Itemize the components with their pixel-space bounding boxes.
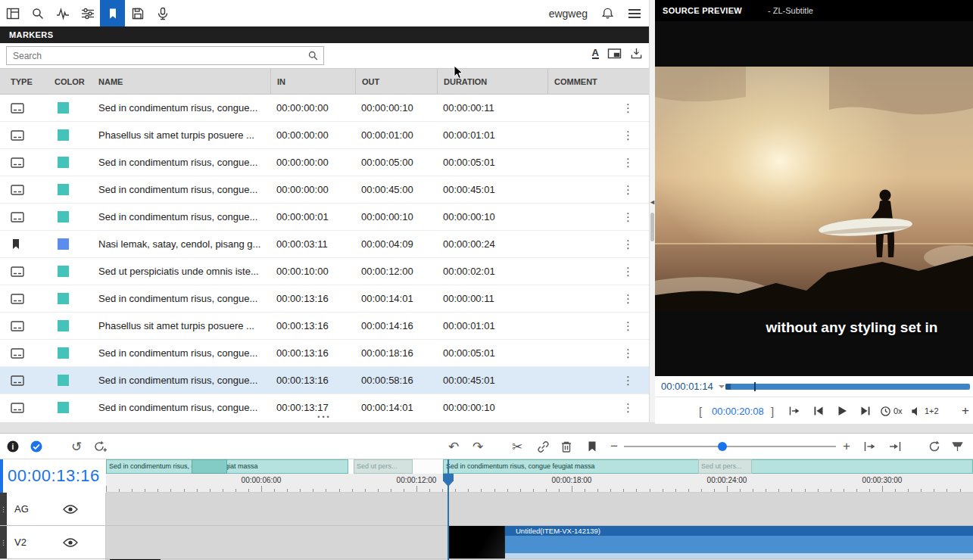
table-row[interactable]: Sed in condimentum risus, congue...00:00… [0, 285, 649, 313]
timeline-current-timecode[interactable]: 00:00:13:16 [8, 466, 100, 486]
color-swatch[interactable] [58, 102, 69, 114]
video-clip[interactable]: Untitled(ITEM-VX-142139) [448, 526, 973, 558]
subtitle-clip[interactable]: Sed in condimentum risus, congue feugiat… [106, 459, 348, 474]
video-viewport[interactable]: without any styling set in [655, 21, 973, 376]
approve-button[interactable] [27, 437, 46, 456]
link-button[interactable] [533, 437, 553, 456]
color-swatch[interactable] [58, 129, 69, 141]
search-input[interactable] [7, 51, 307, 61]
signal-button[interactable] [50, 0, 75, 26]
timecode-dropdown-icon[interactable] [719, 385, 725, 391]
play-button[interactable] [836, 397, 848, 425]
previous-frame-button[interactable] [812, 397, 825, 425]
markers-button[interactable] [100, 0, 125, 26]
column-out[interactable]: OUT [355, 69, 437, 94]
table-row[interactable]: Sed in condimentum risus, congue...00:00… [0, 340, 649, 367]
search-button[interactable] [25, 0, 50, 26]
row-menu-button[interactable]: ⋮ [622, 101, 634, 115]
color-swatch[interactable] [58, 266, 69, 277]
column-type[interactable]: TYPE [0, 69, 50, 94]
row-menu-button[interactable]: ⋮ [622, 238, 634, 251]
row-menu-button[interactable]: ⋮ [622, 129, 634, 142]
audio-channels-button[interactable]: 1+2 [911, 397, 939, 425]
delete-button[interactable] [557, 437, 576, 456]
zoom-out-button[interactable]: − [604, 437, 624, 456]
track-visibility-toggle-ag[interactable] [63, 504, 78, 515]
subtitle-clip[interactable]: Sed ut pers... [354, 459, 413, 474]
undo-button[interactable]: ↶ [444, 437, 463, 456]
color-swatch[interactable] [58, 293, 69, 304]
table-row[interactable]: Sed in condimentum risus, congue...00:00… [0, 367, 649, 394]
track-drag-handle[interactable]: ⋮ [0, 526, 7, 558]
marked-timecode[interactable]: 00:00:20:08 [712, 397, 764, 425]
overwrite-edit-button[interactable] [885, 437, 905, 456]
history-button[interactable]: ↺ [67, 437, 86, 456]
row-menu-button[interactable]: ⋮ [622, 183, 634, 197]
info-button[interactable]: i [3, 437, 23, 456]
timeline-ruler[interactable]: 00:00:06:0000:00:12:0000:00:18:0000:00:2… [106, 474, 973, 493]
row-menu-button[interactable]: ⋮ [622, 156, 634, 170]
insert-edit-button[interactable] [860, 437, 880, 456]
color-swatch[interactable] [58, 320, 69, 331]
subtitle-clip[interactable]: Sed ut pers... [698, 459, 752, 474]
subtitle-clip[interactable] [192, 459, 227, 474]
table-row[interactable]: Phasellus sit amet turpis posuere ...00:… [0, 122, 649, 149]
color-swatch[interactable] [58, 347, 69, 359]
snapshot-button[interactable] [90, 437, 110, 456]
color-swatch[interactable] [58, 157, 69, 168]
color-swatch[interactable] [58, 211, 69, 222]
add-button[interactable]: + [962, 397, 969, 425]
microphone-button[interactable] [150, 0, 175, 26]
color-swatch[interactable] [58, 375, 69, 386]
menu-button[interactable] [628, 8, 641, 19]
playback-speed-button[interactable]: 0x [880, 397, 903, 425]
color-swatch[interactable] [58, 238, 69, 250]
cut-button[interactable]: ✂ [507, 437, 527, 456]
row-menu-button[interactable]: ⋮ [622, 374, 634, 387]
scrollbar-thumb[interactable] [650, 213, 654, 241]
row-menu-button[interactable]: ⋮ [622, 347, 634, 360]
sliders-button[interactable] [75, 0, 100, 26]
zoom-in-button[interactable]: + [837, 437, 856, 456]
track-body-ag[interactable] [106, 493, 973, 526]
render-button[interactable] [925, 437, 944, 456]
seek-button[interactable] [788, 397, 801, 425]
add-marker-button[interactable] [582, 437, 602, 456]
save-button[interactable] [125, 0, 150, 26]
track-visibility-toggle-v2[interactable] [63, 537, 78, 548]
export-button[interactable] [630, 47, 643, 60]
table-row[interactable]: Sed in condimentum risus, congue...00:00… [0, 149, 649, 176]
preview-scrubber[interactable] [725, 384, 970, 390]
table-row[interactable]: Sed in condimentum risus, congue...00:00… [0, 176, 649, 204]
row-menu-button[interactable]: ⋮ [622, 401, 634, 415]
column-duration[interactable]: DURATION [437, 69, 547, 94]
table-row[interactable]: Sed in condimentum risus, congue...00:00… [0, 204, 649, 231]
notifications-button[interactable] [601, 7, 614, 20]
row-menu-button[interactable]: ⋮ [622, 210, 634, 224]
color-swatch[interactable] [58, 184, 69, 195]
razor-all-button[interactable] [947, 437, 967, 456]
preview-current-timecode[interactable]: 00:00:01:14 [661, 381, 713, 392]
row-menu-button[interactable]: ⋮ [622, 319, 634, 333]
column-comment[interactable]: COMMENT [547, 69, 649, 94]
next-frame-button[interactable] [859, 397, 872, 425]
text-format-button[interactable]: A [592, 48, 599, 59]
panel-resize-handle[interactable]: ••• [0, 414, 649, 422]
track-drag-handle[interactable]: ⋮ [0, 493, 7, 525]
table-row[interactable]: Phasellus sit amet turpis posuere ...00:… [0, 313, 649, 340]
redo-button[interactable]: ↷ [468, 437, 488, 456]
column-name[interactable]: NAME [94, 69, 270, 94]
panel-layout-button[interactable] [0, 0, 25, 26]
column-color[interactable]: COLOR [50, 69, 94, 94]
table-row[interactable]: Sed ut perspiciatis unde omnis iste...00… [0, 258, 649, 285]
zoom-slider-handle[interactable] [718, 442, 727, 451]
zoom-slider[interactable] [624, 446, 836, 447]
color-swatch[interactable] [58, 402, 69, 413]
row-menu-button[interactable]: ⋮ [622, 292, 634, 306]
column-in[interactable]: IN [270, 69, 355, 94]
table-row[interactable]: Nasi lemak, satay, cendol, pisang g...00… [0, 231, 649, 258]
track-body-v2[interactable]: Untitled(ITEM-VX-142139) [106, 526, 973, 559]
pip-button[interactable] [607, 48, 622, 60]
row-menu-button[interactable]: ⋮ [622, 265, 634, 278]
table-row[interactable]: Sed in condimentum risus, congue...00:00… [0, 95, 649, 122]
